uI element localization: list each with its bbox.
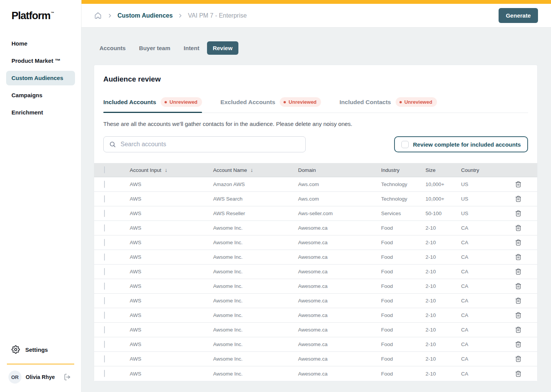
sidebar-item-campaigns[interactable]: Campaigns — [6, 88, 75, 103]
column-label: Account Name — [213, 167, 247, 173]
sidebar-item-enrichment[interactable]: Enrichment — [6, 105, 75, 120]
column-label: Domain — [298, 167, 316, 173]
cell-size: 2-10 — [425, 356, 461, 362]
cell-country: US — [461, 196, 499, 202]
subtab-excluded-accounts[interactable]: Excluded Accounts Unreviewed — [220, 97, 321, 113]
sidebar-item-home[interactable]: Home — [6, 36, 75, 51]
delete-row-button[interactable] — [514, 194, 523, 203]
avatar[interactable]: OR — [8, 371, 21, 384]
tab-intent[interactable]: Intent — [178, 41, 205, 55]
row-checkbox[interactable] — [104, 297, 105, 304]
cell-account-name: Awsome Inc. — [213, 283, 298, 289]
review-complete-toggle[interactable]: Review complete for included accounts — [394, 136, 528, 152]
tab-buyer-team[interactable]: Buyer team — [133, 41, 176, 55]
delete-row-button[interactable] — [514, 267, 523, 276]
row-checkbox[interactable] — [104, 312, 105, 319]
subtab-included-accounts[interactable]: Included Accounts Unreviewed — [103, 97, 202, 113]
cell-account-name: AWS Search — [213, 196, 298, 202]
review-complete-checkbox[interactable] — [401, 141, 409, 148]
cell-industry: Food — [381, 269, 425, 274]
delete-row-button[interactable] — [514, 311, 523, 320]
cell-account-name: Awsome Inc. — [213, 225, 298, 231]
sidebar-footer: Settings OR Olivia Rhye — [0, 341, 81, 392]
delete-row-button[interactable] — [514, 209, 523, 218]
cell-country: CA — [461, 298, 499, 304]
cell-size: 2-10 — [425, 225, 461, 231]
delete-row-button[interactable] — [514, 238, 523, 247]
cell-industry: Food — [381, 371, 425, 377]
review-complete-label: Review complete for included accounts — [413, 141, 521, 148]
cell-size: 2-10 — [425, 341, 461, 347]
row-checkbox[interactable] — [104, 370, 105, 377]
table-row: AWS Awsome Inc. Awesome.ca Food 2-10 CA — [94, 308, 537, 323]
cell-domain: Aws-seller.com — [298, 211, 381, 216]
breadcrumb-custom-audiences[interactable]: Custom Audiences — [117, 12, 173, 19]
cell-account-name: Awsome Inc. — [213, 269, 298, 274]
subtab-included-contacts[interactable]: Included Contacts Unreviewed — [339, 97, 437, 113]
chevron-right-icon — [107, 13, 112, 18]
cell-domain: Awesome.ca — [298, 269, 381, 274]
row-checkbox[interactable] — [104, 181, 105, 188]
home-icon[interactable] — [94, 11, 102, 20]
sidebar-item-product-market[interactable]: Product Market ™ — [6, 54, 75, 68]
cell-account-name: Awsome Inc. — [213, 341, 298, 347]
subtab-label: Included Contacts — [339, 99, 391, 106]
delete-row-button[interactable] — [514, 354, 523, 363]
unreviewed-badge: Unreviewed — [161, 97, 202, 107]
cell-account-name: Awsome Inc. — [213, 298, 298, 304]
settings-button[interactable]: Settings — [6, 341, 75, 358]
delete-row-button[interactable] — [514, 253, 523, 261]
row-checkbox[interactable] — [104, 355, 105, 363]
cell-industry: Food — [381, 254, 425, 260]
top-header: Custom Audiences VAI PM 7 - Enterprise G… — [82, 4, 551, 28]
cell-domain: Awesome.ca — [298, 312, 381, 318]
delete-row-button[interactable] — [514, 180, 523, 189]
row-checkbox[interactable] — [104, 224, 105, 232]
delete-row-button[interactable] — [514, 325, 523, 334]
column-header-account-name[interactable]: Account Name ↓ — [213, 167, 298, 173]
column-header-account-input[interactable]: Account Input ↓ — [130, 167, 213, 173]
gear-icon — [11, 345, 20, 354]
delete-row-button[interactable] — [514, 340, 523, 349]
cell-industry: Technology — [381, 181, 425, 187]
column-header-size: Size — [425, 167, 461, 173]
row-checkbox[interactable] — [104, 326, 105, 333]
brand-logo-text: Platform — [11, 10, 51, 22]
cell-country: CA — [461, 283, 499, 289]
cell-country: CA — [461, 269, 499, 274]
delete-row-button[interactable] — [514, 282, 523, 291]
row-checkbox[interactable] — [104, 210, 105, 217]
cell-account-input: AWS — [130, 283, 213, 289]
row-checkbox[interactable] — [104, 341, 105, 348]
cell-size: 10,000+ — [425, 196, 461, 202]
cell-industry: Food — [381, 240, 425, 245]
generate-button[interactable]: Generate — [499, 8, 538, 23]
table-header-row: Account Input ↓ Account Name ↓ Domain In… — [94, 163, 537, 177]
unreviewed-badge: Unreviewed — [280, 97, 321, 107]
sort-desc-icon[interactable]: ↓ — [251, 167, 253, 173]
cell-country: CA — [461, 371, 499, 377]
delete-row-button[interactable] — [514, 369, 523, 378]
row-checkbox[interactable] — [104, 253, 105, 261]
row-checkbox[interactable] — [104, 239, 105, 246]
delete-row-button[interactable] — [514, 224, 523, 232]
row-checkbox[interactable] — [104, 195, 105, 203]
cell-size: 2-10 — [425, 312, 461, 318]
search-input[interactable] — [120, 140, 300, 148]
row-checkbox[interactable] — [104, 268, 105, 275]
logout-icon[interactable] — [64, 373, 73, 381]
cell-account-input: AWS — [130, 211, 213, 216]
accounts-table: Account Input ↓ Account Name ↓ Domain In… — [94, 163, 537, 381]
tab-accounts[interactable]: Accounts — [94, 41, 131, 55]
cell-account-name: Amazon AWS — [213, 181, 298, 187]
tab-review[interactable]: Review — [207, 41, 238, 55]
settings-label: Settings — [25, 346, 48, 353]
sort-desc-icon[interactable]: ↓ — [165, 167, 168, 173]
select-all-checkbox[interactable] — [104, 166, 105, 173]
cell-domain: Awesome.ca — [298, 283, 381, 289]
delete-row-button[interactable] — [514, 296, 523, 305]
cell-account-name: AWS Reseller — [213, 211, 298, 216]
cell-industry: Food — [381, 312, 425, 318]
row-checkbox[interactable] — [104, 283, 105, 290]
sidebar-item-custom-audiences[interactable]: Custom Audiences — [6, 71, 75, 85]
